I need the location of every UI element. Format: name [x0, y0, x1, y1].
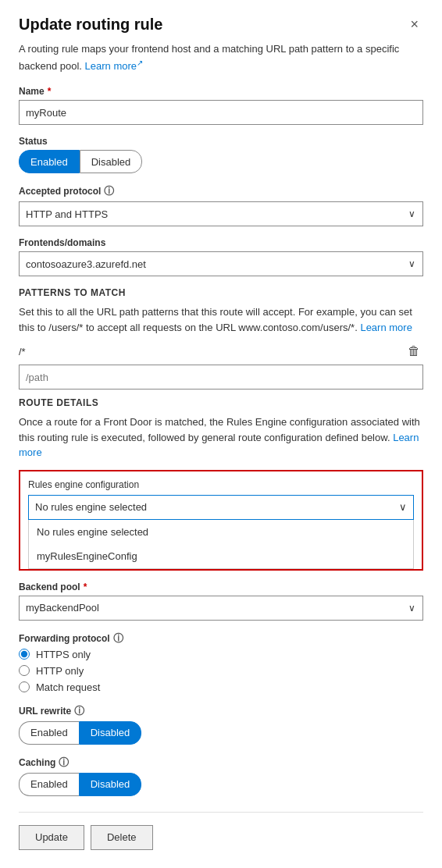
route-details-description: Once a route for a Front Door is matched…	[19, 414, 423, 461]
backend-pool-field-group: Backend pool * myBackendPool ∨	[19, 582, 423, 621]
frontends-label: Frontends/domains	[19, 237, 423, 248]
forwarding-protocol-radio-group: HTTPS only HTTP only Match request	[19, 649, 423, 693]
backend-pool-select-wrapper: myBackendPool ∨	[19, 596, 423, 621]
pattern-delete-icon[interactable]: 🗑	[405, 343, 423, 360]
url-rewrite-enabled-button[interactable]: Enabled	[19, 721, 79, 745]
panel-header: Update routing rule ×	[19, 16, 423, 34]
forwarding-protocol-https-option[interactable]: HTTPS only	[19, 649, 423, 660]
caching-enabled-button[interactable]: Enabled	[19, 773, 79, 796]
rules-engine-label: Rules engine configuration	[28, 479, 414, 490]
pattern-value: /*	[19, 346, 398, 358]
status-toggle-group: Enabled Disabled	[19, 150, 423, 173]
protocol-select[interactable]: HTTP and HTTPS HTTP only HTTPS only	[19, 201, 423, 226]
update-button[interactable]: Update	[19, 825, 84, 850]
rules-engine-dropdown-list: No rules engine selected myRulesEngineCo…	[28, 520, 414, 569]
route-details-section: ROUTE DETAILS Once a route for a Front D…	[19, 397, 423, 571]
forwarding-protocol-http-option[interactable]: HTTP only	[19, 665, 423, 677]
url-rewrite-field-group: URL rewrite ⓘ Enabled Disabled	[19, 704, 423, 745]
frontends-select-wrapper: contosoazure3.azurefd.net ∨	[19, 251, 423, 276]
forwarding-protocol-match-radio[interactable]	[19, 681, 30, 692]
name-input[interactable]	[19, 100, 423, 125]
caching-info-icon[interactable]: ⓘ	[59, 756, 69, 770]
backend-pool-required-indicator: *	[84, 582, 87, 592]
rules-engine-dropdown: No rules engine selected ∨ No rules engi…	[28, 495, 414, 569]
rules-engine-chevron-icon: ∨	[399, 501, 407, 513]
protocol-select-wrapper: HTTP and HTTPS HTTP only HTTPS only ∨	[19, 201, 423, 226]
name-label: Name *	[19, 86, 423, 97]
forwarding-protocol-match-option[interactable]: Match request	[19, 681, 423, 693]
patterns-section: PATTERNS TO MATCH Set this to all the UR…	[19, 287, 423, 390]
rules-engine-selected: No rules engine selected	[35, 501, 147, 513]
name-field-group: Name *	[19, 86, 423, 125]
forwarding-protocol-info-icon[interactable]: ⓘ	[113, 631, 123, 646]
protocol-info-icon[interactable]: ⓘ	[104, 184, 114, 198]
status-disabled-button[interactable]: Disabled	[80, 150, 143, 173]
external-link-icon: ↗	[137, 59, 143, 67]
description-learn-more-link[interactable]: Learn more↗	[85, 60, 143, 72]
protocol-label: Accepted protocol ⓘ	[19, 184, 423, 198]
url-rewrite-label: URL rewrite ⓘ	[19, 704, 423, 718]
url-rewrite-info-icon[interactable]: ⓘ	[74, 704, 84, 718]
forwarding-protocol-field-group: Forwarding protocol ⓘ HTTPS only HTTP on…	[19, 631, 423, 693]
forwarding-protocol-http-label: HTTP only	[36, 665, 84, 677]
delete-button[interactable]: Delete	[91, 825, 153, 850]
rules-engine-option-myconfig[interactable]: myRulesEngineConfig	[29, 544, 413, 568]
rules-engine-option-none[interactable]: No rules engine selected	[29, 520, 413, 544]
protocol-field-group: Accepted protocol ⓘ HTTP and HTTPS HTTP …	[19, 184, 423, 226]
forwarding-protocol-match-label: Match request	[36, 681, 100, 693]
update-routing-rule-panel: Update routing rule × A routing rule map…	[0, 0, 442, 868]
caching-label: Caching ⓘ	[19, 756, 423, 770]
backend-pool-select[interactable]: myBackendPool	[19, 596, 423, 621]
caching-toggle-group: Enabled Disabled	[19, 773, 423, 796]
forwarding-protocol-label: Forwarding protocol ⓘ	[19, 631, 423, 646]
pattern-input[interactable]	[19, 365, 423, 390]
name-required-indicator: *	[48, 86, 52, 97]
patterns-description: Set this to all the URL path patterns th…	[19, 304, 423, 335]
frontends-select[interactable]: contosoazure3.azurefd.net	[19, 251, 423, 276]
url-rewrite-disabled-button[interactable]: Disabled	[79, 721, 142, 745]
caching-field-group: Caching ⓘ Enabled Disabled	[19, 756, 423, 796]
route-details-header: ROUTE DETAILS	[19, 397, 423, 408]
status-enabled-button[interactable]: Enabled	[19, 150, 80, 173]
frontends-field-group: Frontends/domains contosoazure3.azurefd.…	[19, 237, 423, 276]
description-text: A routing rule maps your frontend host a…	[19, 43, 399, 72]
close-button[interactable]: ×	[405, 16, 423, 33]
url-rewrite-toggle-group: Enabled Disabled	[19, 721, 423, 745]
status-label: Status	[19, 136, 423, 147]
rules-engine-trigger[interactable]: No rules engine selected ∨	[28, 495, 414, 520]
forwarding-protocol-https-label: HTTPS only	[36, 649, 91, 660]
patterns-learn-more-link[interactable]: Learn more	[360, 322, 412, 333]
page-title: Update routing rule	[19, 16, 162, 34]
forwarding-protocol-https-radio[interactable]	[19, 649, 30, 660]
panel-description: A routing rule maps your frontend host a…	[19, 41, 423, 73]
caching-disabled-button[interactable]: Disabled	[79, 773, 142, 796]
footer: Update Delete	[19, 812, 423, 850]
forwarding-protocol-http-radio[interactable]	[19, 665, 30, 676]
pattern-row: /* 🗑	[19, 343, 423, 360]
rules-engine-section: Rules engine configuration No rules engi…	[19, 470, 423, 571]
status-field-group: Status Enabled Disabled	[19, 136, 423, 173]
patterns-section-header: PATTERNS TO MATCH	[19, 287, 423, 298]
backend-pool-label: Backend pool *	[19, 582, 423, 592]
